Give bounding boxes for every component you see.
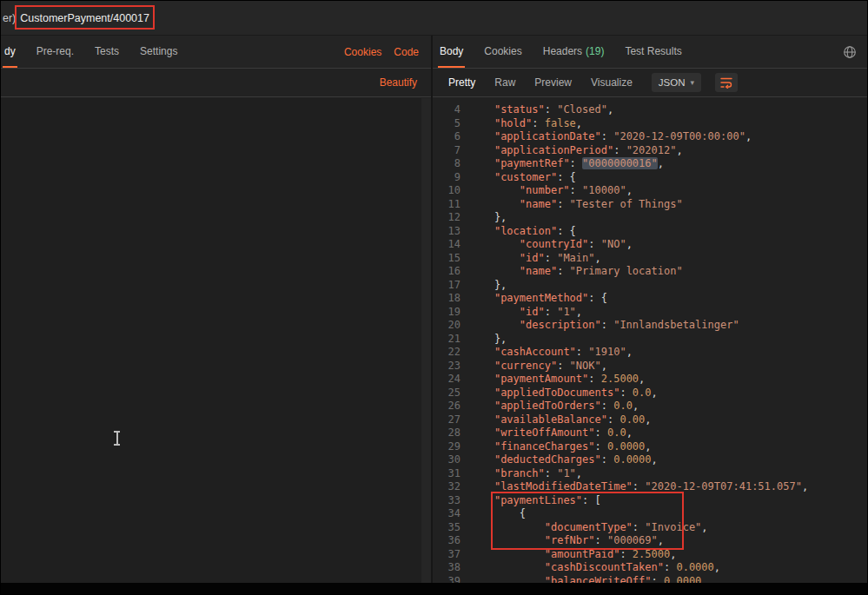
code-line: 6 "applicationDate": "2020-12-09T00:00:0… <box>443 130 867 144</box>
code-line: 31 "branch": "1", <box>443 467 867 481</box>
code-line: 23 "currency": "NOK", <box>443 360 867 374</box>
code-link[interactable]: Code <box>394 46 419 58</box>
tab-settings[interactable]: Settings <box>138 36 179 68</box>
view-tab-preview[interactable]: Preview <box>534 76 572 89</box>
code-line: 32 "lastModifiedDateTime": "2020-12-09T0… <box>443 480 867 494</box>
response-panel: Body Cookies Headers (19) Test Results <box>433 36 867 583</box>
code-line: 33 "paymentLines": [ <box>443 494 867 508</box>
code-line: 37 "amountPaid": 2.5000, <box>443 548 867 562</box>
tab-body-partial[interactable]: dy <box>3 36 17 68</box>
code-line: 16 "name": "Primary location" <box>443 265 867 279</box>
view-tab-pretty[interactable]: Pretty <box>448 76 475 89</box>
text-cursor-ibeam <box>113 431 121 446</box>
url-fragment: er) <box>3 12 16 24</box>
code-line: 8 "paymentRef": "0000000016", <box>443 157 867 171</box>
code-line: 27 "availableBalance": 0.00, <box>443 413 867 427</box>
url-bar[interactable]: er)CustomerPayment/400017 <box>1 1 867 36</box>
network-globe-icon[interactable] <box>843 45 857 59</box>
code-line: 38 "cashDiscountTaken": 0.0000, <box>443 561 867 575</box>
code-line: 20 "description": "Innlandsbetalinger" <box>443 319 867 333</box>
url-endpoint: CustomerPayment/400017 <box>16 12 149 24</box>
tab-test-results[interactable]: Test Results <box>623 36 683 68</box>
response-code[interactable]: 4 "status": "Closed",5 "hold": false,6 "… <box>433 98 867 583</box>
code-line: 12 }, <box>443 211 867 225</box>
postman-window: er)CustomerPayment/400017 dy Pre-req. Te… <box>0 0 868 595</box>
tab-pre-request[interactable]: Pre-req. <box>35 36 76 68</box>
beautify-link[interactable]: Beautify <box>380 76 417 89</box>
code-line: 7 "applicationPeriod": "202012", <box>443 144 867 158</box>
code-line: 13 "location": { <box>443 225 867 239</box>
request-editor-toolbar: Beautify <box>1 69 431 97</box>
wrap-text-button[interactable] <box>715 73 738 92</box>
bottom-black-bar <box>1 583 867 594</box>
view-tab-raw[interactable]: Raw <box>494 76 515 89</box>
code-line: 10 "number": "10000", <box>443 184 867 198</box>
headers-count-badge: (19) <box>586 45 604 57</box>
code-line: 30 "deductedCharges": 0.0000, <box>443 453 867 467</box>
view-tab-visualize[interactable]: Visualize <box>591 76 633 89</box>
code-line: 26 "appliedToOrders": 0.0, <box>443 400 867 413</box>
code-line: 18 "paymentMethod": { <box>443 292 867 306</box>
response-tabs-row: Body Cookies Headers (19) Test Results <box>433 36 867 69</box>
tab-response-cookies[interactable]: Cookies <box>482 36 523 68</box>
code-line: 11 "name": "Tester of Things" <box>443 198 867 212</box>
code-line: 19 "id": "1", <box>443 306 867 320</box>
tab-tests[interactable]: Tests <box>93 36 121 68</box>
tab-response-body[interactable]: Body <box>438 36 465 68</box>
code-line: 5 "hold": false, <box>443 117 867 131</box>
code-line: 39 "balanceWriteOff": 0.0000, <box>443 575 867 584</box>
request-panel: dy Pre-req. Tests Settings Cookies Code … <box>1 36 433 583</box>
code-line: 36 "refNbr": "000069", <box>443 534 867 548</box>
code-line: 4 "status": "Closed", <box>443 103 867 117</box>
code-line: 28 "writeOffAmount": 0.0, <box>443 426 867 440</box>
code-line: 17 }, <box>443 279 867 293</box>
code-line: 21 }, <box>443 333 867 347</box>
tab-response-headers[interactable]: Headers (19) <box>541 36 606 68</box>
request-body-editor[interactable] <box>1 98 431 583</box>
code-line: 35 "documentType": "Invoice", <box>443 521 867 535</box>
request-url[interactable]: er)CustomerPayment/400017 <box>1 12 149 24</box>
code-line: 25 "appliedToDocuments": 0.0, <box>443 387 867 400</box>
cookies-link[interactable]: Cookies <box>344 46 381 58</box>
response-view-toolbar: Pretty Raw Preview Visualize JSON ▾ <box>433 69 867 97</box>
request-tabs-row: dy Pre-req. Tests Settings Cookies Code <box>1 36 431 69</box>
code-line: 22 "cashAccount": "1910", <box>443 346 867 360</box>
code-line: 14 "countryId": "NO", <box>443 238 867 252</box>
code-line: 24 "paymentAmount": 2.5000, <box>443 373 867 387</box>
chevron-down-icon: ▾ <box>691 78 695 87</box>
code-line: 34 { <box>443 507 867 521</box>
code-line: 9 "customer": { <box>443 171 867 185</box>
code-line: 15 "id": "Main", <box>443 252 867 266</box>
main-panels: dy Pre-req. Tests Settings Cookies Code … <box>1 36 867 583</box>
code-line: 29 "financeCharges": 0.0000, <box>443 440 867 454</box>
format-dropdown[interactable]: JSON ▾ <box>652 73 701 92</box>
